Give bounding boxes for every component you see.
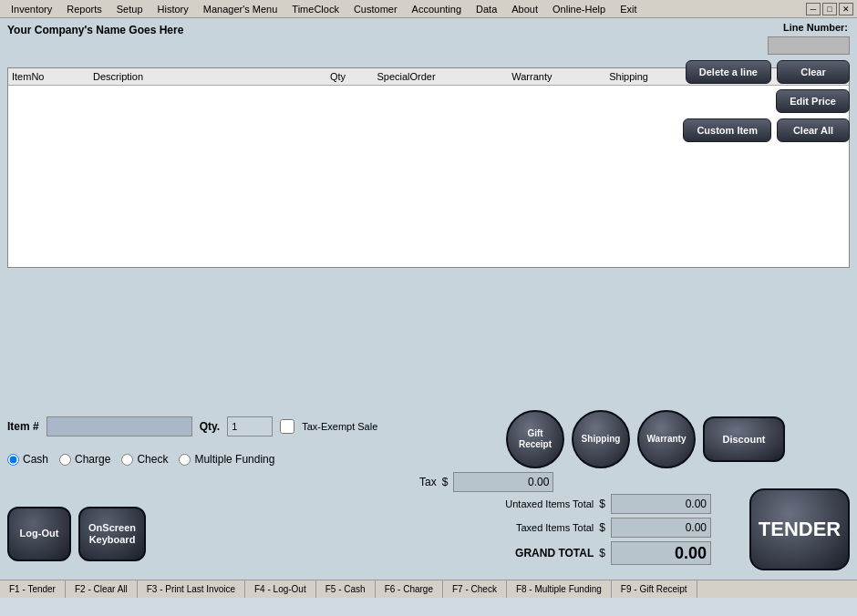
maximize-button[interactable]: □ xyxy=(822,3,837,15)
radio-charge-text: Charge xyxy=(75,453,110,466)
menu-history[interactable]: History xyxy=(150,2,196,16)
menu-about[interactable]: About xyxy=(504,2,545,16)
warranty-button[interactable]: Warranty xyxy=(637,410,696,468)
status-f1[interactable]: F1 - Tender xyxy=(0,580,66,598)
radio-charge-label[interactable]: Charge xyxy=(59,453,110,466)
radio-cash-label[interactable]: Cash xyxy=(7,453,48,466)
tax-exempt-checkbox[interactable] xyxy=(280,419,294,434)
totals-section: Untaxed Items Total $ 0.00 Taxed Items T… xyxy=(365,494,711,569)
top-right-panel: Line Number: Delete a line Clear Edit Pr… xyxy=(683,22,850,142)
item-input[interactable] xyxy=(46,416,192,436)
line-number-input[interactable] xyxy=(768,36,850,55)
menu-reports[interactable]: Reports xyxy=(59,2,109,16)
main-area: Your Company's Name Goes Here Line Numbe… xyxy=(0,18,857,598)
status-f9[interactable]: F9 - Gift Receipt xyxy=(612,580,697,598)
statusbar: F1 - Tender F2 - Clear All F3 - Print La… xyxy=(0,580,857,598)
status-f3[interactable]: F3 - Print Last Invoice xyxy=(138,580,245,598)
menu-managers[interactable]: Manager's Menu xyxy=(196,2,285,16)
item-input-row: Item # Qty. Tax-Exempt Sale xyxy=(7,416,377,436)
untaxed-label: Untaxed Items Total xyxy=(466,498,594,509)
radio-charge[interactable] xyxy=(59,454,71,466)
menu-timeclock[interactable]: TimeClock xyxy=(284,2,346,16)
left-bottom-buttons: Log-Out OnScreen Keyboard xyxy=(7,507,146,561)
tax-label: Tax xyxy=(419,476,437,488)
clear-button[interactable]: Clear xyxy=(777,60,850,84)
col-description: Description xyxy=(89,68,326,86)
onscreen-keyboard-button[interactable]: OnScreen Keyboard xyxy=(78,507,146,561)
taxed-dollar: $ xyxy=(599,521,605,534)
menu-accounting[interactable]: Accounting xyxy=(405,2,469,16)
radio-multiple-text: Multiple Funding xyxy=(194,453,274,466)
grand-total-label: GRAND TOTAL xyxy=(466,547,594,560)
menu-customer[interactable]: Customer xyxy=(346,2,405,16)
discount-button[interactable]: Discount xyxy=(703,416,785,462)
col-warranty: Warranty xyxy=(508,68,605,86)
radio-multiple[interactable] xyxy=(179,454,191,466)
status-f6[interactable]: F6 - Charge xyxy=(376,580,443,598)
gift-receipt-button[interactable]: GiftReceipt xyxy=(506,410,564,468)
line-number-label: Line Number: xyxy=(783,22,848,33)
taxed-row: Taxed Items Total $ 0.00 xyxy=(365,518,711,538)
menu-exit[interactable]: Exit xyxy=(613,2,644,16)
item-label: Item # xyxy=(7,420,39,433)
col-itemno: ItemNo xyxy=(8,68,89,86)
taxed-label: Taxed Items Total xyxy=(466,522,594,533)
qty-input[interactable] xyxy=(227,416,273,436)
status-f2[interactable]: F2 - Clear All xyxy=(66,580,138,598)
radio-check-text: Check xyxy=(137,453,168,466)
action-buttons-row: GiftReceipt Shipping Warranty Discount xyxy=(506,410,785,468)
tender-button[interactable]: TENDER xyxy=(749,488,850,570)
menu-data[interactable]: Data xyxy=(469,2,504,16)
edit-price-button[interactable]: Edit Price xyxy=(776,89,850,113)
status-f5[interactable]: F5 - Cash xyxy=(316,580,376,598)
taxed-value: 0.00 xyxy=(611,518,711,538)
status-f7[interactable]: F7 - Check xyxy=(443,580,507,598)
close-button[interactable]: ✕ xyxy=(839,3,853,15)
menu-inventory[interactable]: Inventory xyxy=(4,2,59,16)
untaxed-value: 0.00 xyxy=(611,494,711,514)
delete-line-button[interactable]: Delete a line xyxy=(686,60,771,84)
minimize-button[interactable]: ─ xyxy=(806,3,821,15)
tax-dollar: $ xyxy=(442,476,449,488)
grand-total-value: 0.00 xyxy=(611,541,711,565)
menubar: Inventory Reports Setup History Manager'… xyxy=(0,0,857,18)
col-specialorder: SpecialOrder xyxy=(373,68,508,86)
custom-item-button[interactable]: Custom Item xyxy=(683,118,771,142)
radio-cash-text: Cash xyxy=(23,453,48,466)
col-qty: Qty xyxy=(326,68,373,86)
status-f4[interactable]: F4 - Log-Out xyxy=(245,580,316,598)
tax-exempt-label: Tax-Exempt Sale xyxy=(302,421,377,432)
untaxed-row: Untaxed Items Total $ 0.00 xyxy=(365,494,711,514)
menu-setup[interactable]: Setup xyxy=(109,2,150,16)
tax-row: Tax $ 0.00 xyxy=(419,472,553,492)
qty-label: Qty. xyxy=(200,420,220,433)
top-btn-row-1: Delete a line Clear xyxy=(686,60,850,84)
grand-total-row: GRAND TOTAL $ 0.00 xyxy=(365,541,711,565)
top-btn-row-3: Custom Item Clear All xyxy=(683,118,850,142)
payment-options-row: Cash Charge Check Multiple Funding xyxy=(7,453,274,466)
shipping-button[interactable]: Shipping xyxy=(572,410,630,468)
radio-cash[interactable] xyxy=(7,454,19,466)
menu-help[interactable]: Online-Help xyxy=(545,2,613,16)
radio-multiple-label[interactable]: Multiple Funding xyxy=(179,453,274,466)
grand-dollar: $ xyxy=(599,547,605,560)
clear-all-button[interactable]: Clear All xyxy=(777,118,850,142)
untaxed-dollar: $ xyxy=(599,498,605,510)
window-controls: ─ □ ✕ xyxy=(806,3,853,15)
radio-check[interactable] xyxy=(121,454,133,466)
logout-button[interactable]: Log-Out xyxy=(7,507,71,561)
radio-check-label[interactable]: Check xyxy=(121,453,168,466)
top-btn-row-2: Edit Price xyxy=(776,89,850,113)
tax-value: 0.00 xyxy=(453,472,553,492)
status-f8[interactable]: F8 - Multiple Funding xyxy=(507,580,612,598)
